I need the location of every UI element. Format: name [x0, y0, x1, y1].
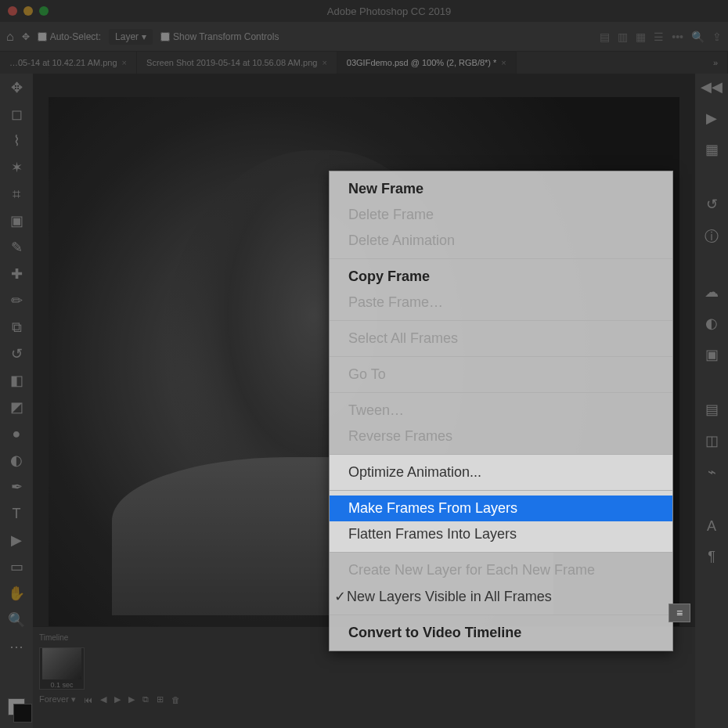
path-selection-tool-icon[interactable]: ▶ [5, 531, 27, 550]
minimize-window-button[interactable] [23, 6, 33, 16]
menu-item: Paste Frame… [330, 290, 672, 315]
menu-item-label: Delete Animation [348, 232, 455, 248]
menu-item-label: Make Frames From Layers [348, 500, 517, 516]
channels-panel-icon[interactable]: ◫ [705, 432, 719, 449]
layers-panel-icon[interactable]: ▤ [705, 401, 719, 418]
menu-item: Delete Frame [330, 202, 672, 228]
color-swatches[interactable] [8, 698, 25, 715]
timeline-flyout-menu: New FrameDelete FrameDelete AnimationCop… [329, 171, 673, 651]
history-panel-icon[interactable]: ↺ [706, 196, 718, 213]
styles-panel-icon[interactable]: ▣ [705, 346, 719, 363]
menu-item-label: Delete Frame [348, 207, 434, 222]
menu-item-label: Copy Frame [348, 268, 430, 284]
next-frame-icon[interactable]: ▶ [128, 694, 135, 705]
menu-item[interactable]: Flatten Frames Into Layers [330, 521, 672, 547]
menu-item-label: New Layers Visible in All Frames [347, 589, 552, 604]
adjustments-panel-icon[interactable]: ◐ [705, 315, 718, 332]
first-frame-icon[interactable]: ⏮ [84, 695, 92, 705]
share-icon[interactable]: ⇪ [712, 31, 722, 43]
eyedropper-tool-icon[interactable]: ✎ [5, 238, 27, 257]
tween-icon[interactable]: ⧉ [142, 694, 149, 705]
chevron-down-icon: ▾ [142, 31, 146, 42]
new-frame-icon[interactable]: ⊞ [157, 694, 164, 705]
brush-tool-icon[interactable]: ✏ [5, 291, 27, 310]
blur-tool-icon[interactable]: ● [5, 424, 27, 443]
menu-item-label: Convert to Video Timeline [348, 625, 521, 640]
show-transform-checkbox[interactable] [160, 32, 170, 41]
menu-item-label: Create New Layer for Each New Frame [348, 562, 595, 578]
move-tool-icon[interactable]: ✥ [5, 78, 27, 97]
menu-item[interactable]: New Frame [330, 176, 672, 202]
close-icon[interactable]: × [501, 58, 506, 67]
lasso-tool-icon[interactable]: ⌇ [5, 132, 27, 150]
hand-tool-icon[interactable]: ✋ [5, 584, 27, 603]
character-panel-icon[interactable]: A [707, 518, 716, 535]
align-left-icon[interactable]: ▤ [600, 31, 610, 43]
frame-tool-icon[interactable]: ▣ [5, 211, 27, 230]
menu-item[interactable]: Make Frames From Layers [330, 496, 672, 521]
timeline-frame[interactable]: 0.1 sec [39, 647, 85, 690]
menu-item-label: New Frame [348, 181, 423, 196]
menu-item[interactable]: Convert to Video Timeline [330, 620, 672, 646]
document-tab[interactable]: Screen Shot 2019-05-14 at 10.56.08 AM.pn… [137, 52, 337, 74]
play-icon[interactable]: ▶ [114, 694, 121, 705]
expand-panels-icon[interactable]: ◀◀ [701, 78, 723, 96]
pen-tool-icon[interactable]: ✒ [5, 478, 27, 496]
more-options-icon[interactable]: ••• [672, 31, 683, 43]
options-bar: ⌂ ✥ Auto-Select: Layer ▾ Show Transform … [0, 22, 728, 52]
swatches-panel-icon[interactable]: ▦ [705, 141, 719, 158]
clone-stamp-tool-icon[interactable]: ⧉ [5, 318, 27, 337]
menu-item[interactable]: Copy Frame [330, 264, 672, 290]
zoom-tool-icon[interactable]: 🔍 [5, 611, 27, 629]
menu-item: Reverse Frames [330, 423, 672, 449]
edit-toolbar-icon[interactable]: ⋯ [5, 637, 27, 656]
layer-dropdown[interactable]: Layer ▾ [109, 29, 153, 45]
auto-select-checkbox[interactable] [38, 32, 47, 41]
loop-dropdown[interactable]: Forever ▾ [39, 694, 76, 705]
gradient-tool-icon[interactable]: ◩ [5, 398, 27, 416]
app-title: Adobe Photoshop CC 2019 [58, 5, 720, 17]
menu-item[interactable]: Optimize Animation... [330, 460, 672, 485]
history-brush-tool-icon[interactable]: ↺ [5, 344, 27, 363]
close-window-button[interactable] [8, 6, 17, 16]
menu-item[interactable]: ✓New Layers Visible in All Frames [330, 583, 672, 610]
move-tool-icon[interactable]: ✥ [22, 31, 30, 42]
search-icon[interactable]: 🔍 [691, 31, 705, 43]
magic-wand-tool-icon[interactable]: ✶ [5, 158, 27, 177]
document-tab[interactable]: …05-14 at 10.42.21 AM.png × [0, 52, 137, 74]
window-titlebar: Adobe Photoshop CC 2019 [0, 0, 728, 22]
marquee-tool-icon[interactable]: ◻ [5, 105, 27, 124]
crop-tool-icon[interactable]: ⌗ [5, 185, 27, 204]
type-tool-icon[interactable]: T [5, 504, 27, 523]
paragraph-panel-icon[interactable]: ¶ [708, 549, 715, 565]
frame-thumbnail [42, 648, 81, 679]
tab-overflow-icon[interactable]: » [704, 52, 728, 74]
color-panel-icon[interactable]: ▶ [706, 110, 717, 127]
menu-item: Select All Frames [330, 326, 672, 351]
libraries-panel-icon[interactable]: ☁ [705, 283, 719, 301]
home-icon[interactable]: ⌂ [6, 30, 14, 44]
distribute-icon[interactable]: ☰ [654, 31, 664, 43]
tools-panel: ✥ ◻ ⌇ ✶ ⌗ ▣ ✎ ✚ ✏ ⧉ ↺ ◧ ◩ ● ◐ ✒ T ▶ ▭ ✋ … [0, 74, 33, 728]
prev-frame-icon[interactable]: ◀ [100, 694, 106, 705]
menu-item-label: Optimize Animation... [348, 464, 481, 480]
document-tab-active[interactable]: 03GIFdemo.psd @ 100% (2, RGB/8*) * × [337, 52, 517, 74]
dodge-tool-icon[interactable]: ◐ [5, 451, 27, 470]
info-panel-icon[interactable]: ⓘ [705, 227, 719, 246]
frame-duration[interactable]: 0.1 sec [50, 681, 73, 689]
rectangle-tool-icon[interactable]: ▭ [5, 557, 27, 576]
align-center-icon[interactable]: ▥ [618, 31, 628, 43]
align-right-icon[interactable]: ▦ [636, 31, 646, 43]
timeline-menu-button[interactable]: ≡ [669, 604, 690, 622]
close-icon[interactable]: × [322, 58, 326, 67]
maximize-window-button[interactable] [39, 6, 49, 16]
eraser-tool-icon[interactable]: ◧ [5, 371, 27, 390]
timeline-title: Timeline [39, 633, 68, 642]
menu-item-label: Reverse Frames [348, 428, 452, 444]
delete-frame-icon[interactable]: 🗑 [171, 695, 180, 705]
menu-item: Go To [330, 362, 672, 387]
healing-brush-tool-icon[interactable]: ✚ [5, 265, 27, 283]
close-icon[interactable]: × [122, 58, 127, 67]
menu-item-label: Tween… [348, 402, 404, 418]
paths-panel-icon[interactable]: ⌁ [708, 463, 716, 481]
